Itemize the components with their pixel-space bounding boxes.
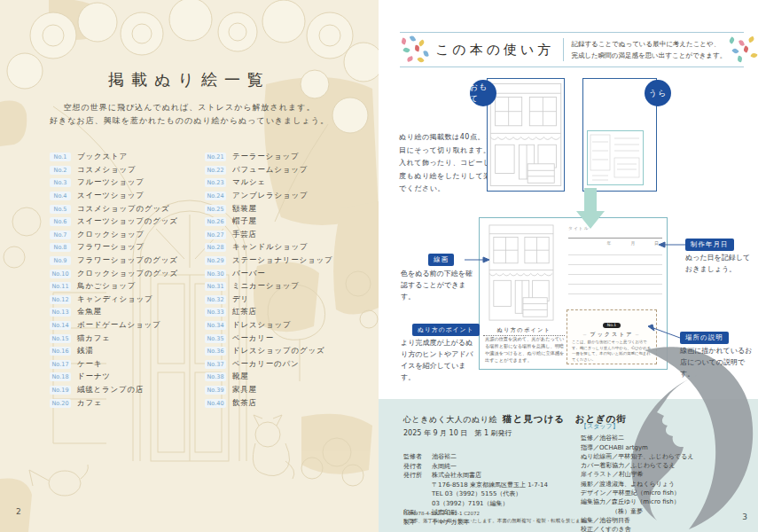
item-number-badge: No.6: [50, 217, 71, 226]
item-label: ステーショナリーショップ: [232, 255, 333, 266]
shop-name: ブックストア: [567, 331, 656, 339]
publisher-row-value: 池谷裕二: [432, 452, 457, 462]
coloring-list-column-1: No.1 ブックストア No.2 コスメショップ No.3 フルーツショップ N…: [50, 151, 178, 410]
publisher-row: TEL 03（3992）5155（代表）: [403, 489, 548, 499]
item-label: 紅茶店: [232, 307, 257, 317]
item-number-badge: No.39: [205, 386, 226, 395]
item-label: ブックストア: [77, 152, 128, 162]
title-field-label: タイトル: [568, 225, 662, 231]
staff-line: 校正／くすのき舎: [581, 525, 693, 532]
description-line-1: 記録することでぬっている最中に考えたことや、: [571, 38, 726, 50]
item-number-badge: No.23: [205, 178, 226, 187]
list-item: No.30 バーバー: [205, 267, 333, 280]
front-label-circle: おもて: [470, 80, 496, 106]
left-page: 掲載ぬり絵一覧 空想の世界に飛び込んでぬれば、ストレスから解放されます。 好きな…: [0, 0, 379, 532]
item-label: パフュームショップ: [232, 165, 308, 176]
publisher-row-value: 〒176-8518 東京都練馬区豊玉上 1-7-14: [432, 481, 548, 490]
item-number-badge: No.25: [205, 205, 226, 214]
edition-line: 2025 年 9 月 10 日 第 1 刷発行: [403, 428, 512, 438]
list-item: No.5 コスメショップのグッズ: [50, 202, 178, 215]
list-item: No.40 飲茶店: [205, 396, 333, 410]
item-number-badge: No.14: [50, 321, 71, 330]
item-label: キャンディショップ: [77, 294, 153, 305]
item-label: ドレスショップのグッズ: [232, 346, 325, 356]
item-label: ドレスショップ: [232, 320, 292, 331]
item-number-badge: No.9: [50, 256, 71, 265]
list-item: No.14 ボードゲームショップ: [50, 319, 178, 332]
item-label: フルーツショップ: [77, 177, 145, 188]
isbn-line: ISBN978-4-522-44282-1 C2072: [403, 511, 480, 516]
list-item: No.18 ドーナツ: [50, 371, 178, 384]
callout-badge-date: 制作年月日: [685, 239, 734, 251]
item-number-badge: No.7: [50, 231, 71, 239]
item-number-badge: No.3: [50, 178, 71, 187]
item-number-badge: No.38: [205, 372, 226, 381]
staff-line: 編集協力／森丘ゆり（micro fish）: [581, 497, 693, 506]
notice-line: 乱丁本、落丁本はお取り替えいたします。本書の無断複写・複製・転載を禁じます。: [403, 518, 590, 524]
publisher-row: 監修者 池谷裕二: [403, 452, 548, 462]
list-item: No.32 デリ: [205, 293, 333, 307]
item-label: 家具屋: [232, 385, 257, 395]
page-title: 掲載ぬり絵一覧: [0, 69, 379, 90]
shop-lineart-thumbnail: [488, 79, 564, 191]
list-item: No.12 キャンディショップ: [50, 293, 178, 307]
item-number-badge: No.26: [205, 217, 226, 226]
publisher-row-value: TEL 03（3992）5155（代表）: [432, 489, 521, 499]
ruled-line: [568, 246, 662, 255]
unit-year: 年: [607, 240, 612, 246]
item-label: テーラーショップ: [232, 152, 300, 162]
section-description: 記録することでぬっている最中に考えたことや、 完成した瞬間の満足感を思い出すこと…: [564, 38, 726, 61]
list-item: No.9 フラワーショップのグッズ: [50, 254, 178, 268]
item-label: ケーキ: [77, 359, 102, 370]
item-label: 手芸店: [232, 230, 257, 240]
item-label: ミニカーショップ: [232, 281, 300, 292]
item-number-badge: No.22: [205, 166, 226, 175]
ruled-line: [568, 265, 662, 275]
item-label: クロックショップのグッズ: [77, 269, 178, 279]
item-label: 鳥かごショップ: [77, 281, 136, 292]
item-label: カフェ: [77, 398, 103, 409]
item-number-badge: No.20: [50, 399, 71, 408]
series-name: 心ときめく大人のぬり絵: [403, 415, 497, 424]
description-line-2: 完成した瞬間の満足感を思い出すことができます。: [571, 50, 726, 61]
list-item: No.33 紅茶店: [205, 306, 333, 319]
list-item: No.19 絨毯とランプの店: [50, 384, 178, 397]
item-number-badge: No.30: [205, 270, 226, 278]
publisher-row-label: [403, 481, 432, 490]
callout-badge-place: 場所の説明: [680, 332, 729, 344]
publisher-row-label: [403, 489, 432, 499]
back-label-circle: うら: [645, 80, 671, 106]
item-number-badge: No.35: [205, 334, 226, 343]
staff-line: デザイン／平林亜紀（micro fish）: [581, 489, 693, 497]
publisher-row-label: [403, 499, 432, 509]
item-label: マルシェ: [232, 177, 266, 188]
list-item: No.20 カフェ: [50, 396, 178, 410]
list-item: No.3 フルーツショップ: [50, 176, 178, 190]
publisher-row-label: 監修者: [403, 452, 432, 462]
item-label: デリ: [232, 294, 249, 305]
staff-list: 監修／池谷裕二 指導／OCHABI artgym ぬり絵線画／平林知子、ふじわら…: [581, 434, 693, 532]
staff-line: 撮影／渡邊淑海、よねくらりょう: [581, 480, 693, 489]
item-label: ドーナツ: [77, 372, 111, 382]
page-front-mockup: [487, 78, 565, 192]
subtitle-line-2: 好きなお店、興味を惹かれたもののぬり絵からぬっていきましょう。: [0, 114, 379, 128]
item-number-badge: No.27: [205, 231, 226, 239]
item-label: ボードゲームショップ: [77, 320, 161, 331]
item-number-badge: No.2: [50, 166, 71, 175]
item-number-badge: No.10: [50, 270, 71, 278]
list-item: No.1 ブックストア: [50, 151, 178, 164]
list-item: No.10 クロックショップのグッズ: [50, 267, 178, 280]
item-number-badge: No.4: [50, 192, 71, 200]
staff-line: カバー着彩協力／ふじわらてるえ: [581, 461, 693, 470]
date-line: [568, 238, 662, 239]
list-item: No.23 マルシェ: [205, 176, 333, 190]
record-column: タイトル 年 月 日: [568, 225, 662, 294]
shop-number-badge: No.1: [603, 323, 621, 328]
staff-line: 編集／池谷明日香: [581, 516, 693, 525]
page-number-left: 2: [16, 507, 21, 516]
unit-day: 日: [654, 240, 659, 246]
item-number-badge: No.24: [205, 192, 226, 200]
list-item: No.22 パフュームショップ: [205, 164, 333, 177]
item-number-badge: No.28: [205, 243, 226, 252]
callout-text-tips: より完成度が上がるぬり方のヒントやアドバイスを紹介しています。: [401, 337, 479, 383]
